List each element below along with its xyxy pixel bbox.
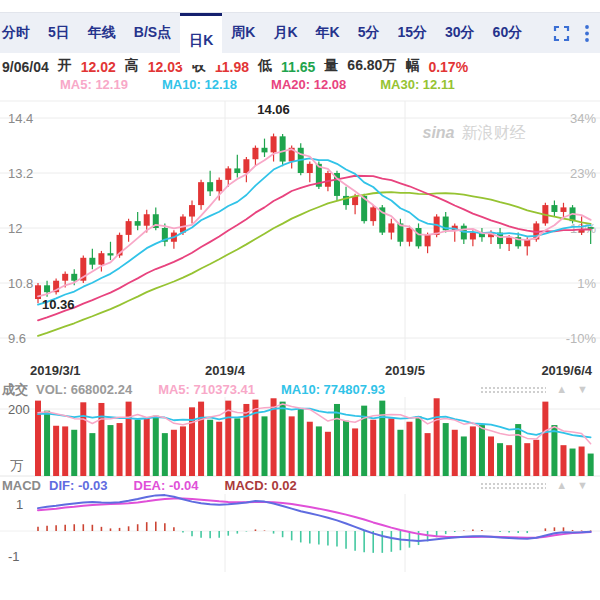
tab-年K[interactable]: 年K bbox=[307, 13, 349, 53]
period-tabs: 分时5日年线B/S点日K周K月K年K5分15分30分60分 bbox=[0, 13, 531, 53]
macd-pane-controls: ▲ ▼ bbox=[480, 480, 600, 491]
tab-周K[interactable]: 周K bbox=[222, 13, 264, 53]
macd-collapse-arrow-icon[interactable]: ▼ bbox=[577, 480, 588, 491]
candlestick-chart[interactable]: sina新浪财经14.434%13.223%1212%10.81%9.6-10%… bbox=[0, 94, 600, 360]
ohlc-value: 66.80万 bbox=[347, 57, 396, 75]
date-axis-label: 2019/5 bbox=[385, 363, 425, 378]
date-axis-label: 2019/6/4 bbox=[541, 363, 592, 378]
macd-pane-title: MACD bbox=[2, 478, 41, 493]
volume-chart[interactable]: 200万 bbox=[0, 397, 600, 477]
ohlc-label: 幅 bbox=[405, 57, 419, 75]
ohlc-value: 11.65 bbox=[281, 59, 315, 75]
svg-text:sina新浪财经: sina新浪财经 bbox=[422, 124, 525, 141]
tab-15分[interactable]: 15分 bbox=[388, 13, 436, 53]
svg-text:14.4: 14.4 bbox=[8, 111, 33, 126]
main-candlestick-pane: sina新浪财经14.434%13.223%1212%10.81%9.6-10%… bbox=[0, 94, 600, 360]
volume-collapse-arrow-icon[interactable]: ▼ bbox=[577, 384, 588, 395]
tab-5日[interactable]: 5日 bbox=[39, 13, 79, 53]
svg-text:12: 12 bbox=[8, 221, 22, 236]
svg-text:34%: 34% bbox=[570, 111, 596, 126]
ma-value: MA20: 12.08 bbox=[271, 77, 346, 92]
date-axis-label: 2019/3/1 bbox=[30, 363, 81, 378]
tab-分时[interactable]: 分时 bbox=[0, 13, 39, 53]
fullscreen-icon[interactable] bbox=[553, 25, 570, 42]
svg-text:1: 1 bbox=[16, 497, 23, 512]
ohlc-value: 0.17% bbox=[428, 59, 468, 75]
tab-5分[interactable]: 5分 bbox=[349, 13, 389, 53]
ohlc-info-bar: 9/06/04 开12.02高12.03收11.98低11.65量66.80万幅… bbox=[0, 53, 600, 75]
tab-B/S点[interactable]: B/S点 bbox=[125, 13, 180, 53]
ma-value: MA5: 12.19 bbox=[60, 77, 128, 92]
tab-30分[interactable]: 30分 bbox=[436, 13, 484, 53]
ohlc-label: 低 bbox=[258, 57, 272, 75]
more-menu-icon[interactable] bbox=[584, 24, 590, 43]
svg-text:9.6: 9.6 bbox=[8, 331, 26, 346]
svg-text:-10%: -10% bbox=[566, 331, 597, 346]
tab-月K[interactable]: 月K bbox=[264, 13, 306, 53]
volume-pane-controls: ▲ ▼ bbox=[480, 384, 600, 395]
tab-日K[interactable]: 日K bbox=[180, 13, 222, 65]
tab-年线[interactable]: 年线 bbox=[79, 13, 125, 53]
macd-value: DIF: -0.03 bbox=[49, 478, 108, 493]
macd-chart[interactable]: 1-1 bbox=[0, 494, 600, 572]
ohlc-label: 高 bbox=[125, 57, 139, 75]
svg-text:10.36: 10.36 bbox=[42, 297, 75, 312]
svg-text:1%: 1% bbox=[577, 276, 596, 291]
svg-text:万: 万 bbox=[10, 458, 23, 473]
ohlc-label: 开 bbox=[58, 57, 72, 75]
trade-date: 9/06/04 bbox=[2, 59, 49, 75]
tab-bar-icons bbox=[553, 13, 600, 53]
stock-chart-page: 分时5日年线B/S点日K周K月K年K5分15分30分60分 9/06/04 开1… bbox=[0, 0, 600, 600]
ma-values-bar: MA5: 12.19MA10: 12.18MA20: 12.08MA30: 12… bbox=[0, 75, 600, 94]
ma-value: MA30: 12.11 bbox=[380, 77, 454, 92]
ohlc-value: 12.03 bbox=[148, 59, 183, 75]
volume-expand-arrow-icon[interactable]: ▲ bbox=[556, 384, 567, 395]
top-margin bbox=[0, 0, 600, 12]
svg-text:14.06: 14.06 bbox=[257, 102, 290, 117]
date-axis: 2019/3/12019/42019/52019/6/4 bbox=[0, 360, 600, 382]
macd-expand-arrow-icon[interactable]: ▲ bbox=[556, 480, 567, 491]
ohlc-label: 量 bbox=[324, 57, 338, 75]
tab-60分[interactable]: 60分 bbox=[484, 13, 532, 53]
volume-indicator-values: VOL: 668002.24MA5: 710373.41MA10: 774807… bbox=[36, 382, 385, 397]
volume-value: MA5: 710373.41 bbox=[158, 382, 255, 397]
macd-value: MACD: 0.02 bbox=[225, 478, 297, 493]
svg-text:13.2: 13.2 bbox=[8, 166, 33, 181]
volume-value: MA10: 774807.93 bbox=[281, 382, 385, 397]
volume-pane-title: 成交 bbox=[2, 381, 28, 399]
volume-value: VOL: 668002.24 bbox=[36, 382, 132, 397]
macd-indicator-values: DIF: -0.03DEA: -0.04MACD: 0.02 bbox=[49, 478, 297, 493]
svg-text:23%: 23% bbox=[570, 166, 596, 181]
svg-text:-1: -1 bbox=[8, 549, 20, 564]
tab-bar: 分时5日年线B/S点日K周K月K年K5分15分30分60分 bbox=[0, 12, 600, 53]
macd-value: DEA: -0.04 bbox=[134, 478, 199, 493]
macd-drag-handle-icon[interactable] bbox=[480, 482, 546, 489]
ma-value: MA10: 12.18 bbox=[162, 77, 237, 92]
macd-header: MACD DIF: -0.03DEA: -0.04MACD: 0.02 ▲ ▼ bbox=[0, 477, 600, 494]
svg-text:200: 200 bbox=[8, 402, 30, 417]
volume-drag-handle-icon[interactable] bbox=[480, 386, 546, 393]
svg-text:10.8: 10.8 bbox=[8, 276, 33, 291]
volume-header: 成交 VOL: 668002.24MA5: 710373.41MA10: 774… bbox=[0, 382, 600, 397]
ohlc-value: 12.02 bbox=[81, 59, 116, 75]
date-axis-label: 2019/4 bbox=[205, 363, 245, 378]
